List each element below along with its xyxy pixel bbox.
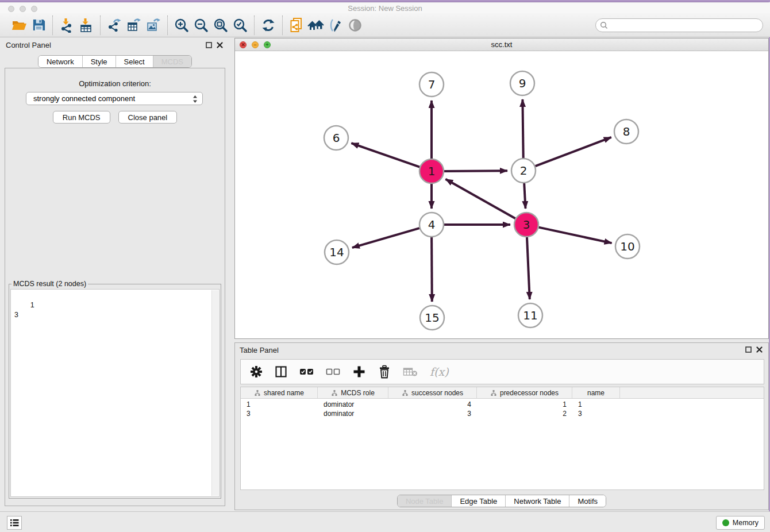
graph-edge-1-6[interactable] — [351, 143, 419, 167]
export-table-button[interactable] — [124, 16, 144, 35]
main-toolbar — [0, 13, 770, 37]
network-window-title: scc.txt — [235, 40, 768, 49]
network-canvas[interactable]: 7968124314101511 — [235, 51, 768, 338]
column-tree-icon — [254, 390, 261, 396]
column-header-mcds-role[interactable]: MCDS role — [318, 387, 388, 398]
graph-node-10[interactable]: 10 — [615, 234, 640, 259]
svg-text:8: 8 — [623, 125, 630, 138]
trash-icon — [378, 365, 391, 379]
svg-text:1: 1 — [428, 164, 436, 178]
graph-node-8[interactable]: 8 — [614, 119, 638, 144]
svg-text:7: 7 — [428, 78, 436, 91]
graph-edge-4-15[interactable] — [432, 237, 432, 302]
open-session-button[interactable] — [9, 16, 29, 35]
graph-edge-1-2[interactable] — [444, 171, 507, 171]
search-input[interactable] — [611, 21, 763, 30]
network-window-titlebar[interactable]: ✕ − + scc.txt — [235, 38, 768, 51]
graph-edge-4-14[interactable] — [352, 228, 419, 248]
column-header-shared-name[interactable]: shared name — [241, 387, 318, 398]
toolbar-separator — [282, 16, 283, 35]
graph-node-4[interactable]: 4 — [419, 213, 444, 237]
node-table-body: 1dominator4113dominator323 — [241, 400, 764, 418]
select-all-button[interactable] — [299, 365, 314, 378]
network-graph-svg: 7968124314101511 — [235, 51, 768, 338]
graph-node-2[interactable]: 2 — [511, 159, 536, 183]
column-header-successor-nodes[interactable]: successor nodes — [388, 387, 477, 398]
column-header-predecessor-nodes[interactable]: predecessor nodes — [477, 387, 572, 398]
tab-motifs[interactable]: Motifs — [569, 495, 606, 507]
deselect-all-button[interactable] — [326, 365, 340, 378]
graph-edge-3-11[interactable] — [527, 237, 530, 299]
run-mcds-button[interactable]: Run MCDS — [53, 111, 110, 124]
graph-edge-3-10[interactable] — [539, 228, 612, 244]
fx-icon: f(x) — [430, 365, 449, 378]
tab-select[interactable]: Select — [116, 56, 153, 67]
graph-node-6[interactable]: 6 — [324, 126, 348, 150]
delete-column-button[interactable] — [378, 365, 391, 379]
graph-node-1[interactable]: 1 — [419, 159, 444, 183]
column-header-name[interactable]: name — [572, 387, 620, 398]
export-network-button[interactable] — [105, 16, 124, 35]
table-panel-close-button[interactable] — [756, 346, 763, 353]
table-panel-float-button[interactable] — [745, 346, 752, 353]
show-graphics-details-button[interactable] — [345, 16, 365, 35]
tab-node-table[interactable]: Node Table — [398, 495, 452, 507]
application-window: Session: New Session — [0, 0, 770, 532]
mcds-result-box[interactable]: 1 3 — [10, 289, 220, 497]
graph-edge-3-1[interactable] — [445, 179, 515, 219]
control-panel-float-button[interactable] — [206, 42, 212, 48]
graph-node-9[interactable]: 9 — [510, 71, 534, 95]
memory-status-icon — [722, 519, 729, 526]
clone-network-icon — [289, 17, 305, 33]
criterion-dropdown[interactable]: strongly connected component — [26, 92, 203, 105]
tab-network[interactable]: Network — [38, 56, 82, 67]
import-network-icon — [59, 18, 74, 33]
tab-mcds[interactable]: MCDS — [153, 56, 191, 67]
graph-edge-2-9[interactable] — [522, 99, 523, 158]
import-network-button[interactable] — [57, 16, 76, 35]
table-row[interactable]: 3dominator323 — [241, 409, 764, 418]
optimization-criterion-label: Optimization criterion: — [5, 79, 225, 88]
table-settings-button[interactable] — [250, 365, 263, 378]
refresh-icon — [261, 18, 276, 33]
mcds-result-scrollbar[interactable] — [211, 290, 218, 496]
tab-network-table[interactable]: Network Table — [505, 495, 569, 507]
graph-node-14[interactable]: 14 — [325, 240, 349, 264]
zoom-out-button[interactable] — [191, 16, 211, 35]
table-row[interactable]: 1dominator411 — [241, 400, 764, 409]
refresh-network-button[interactable] — [259, 16, 278, 35]
close-panel-button[interactable]: Close panel — [118, 111, 178, 124]
search-field[interactable] — [595, 18, 763, 32]
svg-text:15: 15 — [425, 311, 439, 325]
tab-style[interactable]: Style — [82, 56, 116, 67]
task-history-button[interactable] — [7, 516, 22, 530]
column-tree-icon — [331, 390, 338, 396]
criterion-value: strongly connected component — [33, 94, 135, 103]
control-panel-close-button[interactable] — [217, 42, 223, 48]
graph-node-11[interactable]: 11 — [518, 303, 542, 327]
graph-edge-2-3[interactable] — [524, 183, 525, 209]
graph-node-15[interactable]: 15 — [420, 306, 444, 330]
hide-style-button[interactable] — [326, 16, 345, 35]
zoom-in-button[interactable] — [172, 16, 191, 35]
export-image-button[interactable] — [144, 16, 163, 35]
clone-network-button[interactable] — [287, 16, 306, 35]
home-layout-button[interactable] — [306, 16, 326, 35]
zoom-selected-icon — [233, 18, 248, 33]
memory-button[interactable]: Memory — [716, 516, 765, 530]
zoom-selected-button[interactable] — [230, 16, 250, 35]
graph-node-3[interactable]: 3 — [514, 213, 538, 237]
graph-node-7[interactable]: 7 — [419, 72, 444, 97]
graph-edge-2-8[interactable] — [536, 137, 611, 166]
save-session-button[interactable] — [29, 16, 48, 35]
toolbar-separator — [167, 16, 168, 35]
svg-text:9: 9 — [519, 76, 526, 90]
svg-text:14: 14 — [329, 245, 344, 259]
import-table-button[interactable] — [76, 16, 96, 35]
column-visibility-button[interactable] — [275, 365, 287, 378]
tab-edge-table[interactable]: Edge Table — [451, 495, 505, 507]
add-column-button[interactable] — [352, 365, 366, 379]
zoom-fit-button[interactable] — [211, 16, 230, 35]
zoom-fit-icon — [213, 18, 228, 33]
mcds-result-text: 1 3 — [14, 301, 34, 319]
